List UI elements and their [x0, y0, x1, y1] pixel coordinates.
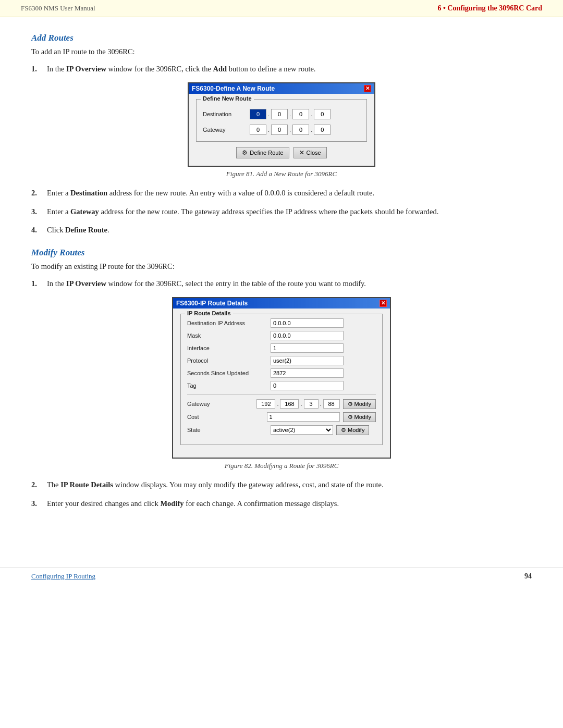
add-routes-heading: Add Routes	[31, 33, 532, 43]
close-label-dialog1: Close	[307, 150, 321, 156]
dialog1-wrapper: FS6300-Define A New Route ✕ Define New R…	[31, 82, 532, 167]
gw-dot-2: .	[289, 127, 291, 133]
step1-num: 1.	[31, 64, 46, 75]
modify-step3-bold: Modify	[160, 499, 183, 508]
state-modify-button[interactable]: ⚙ Modify	[336, 425, 369, 435]
dialog1-title: FS6300-Define A New Route	[192, 85, 275, 92]
gateway-modify-icon: ⚙	[348, 401, 353, 408]
dialog2-close-icon[interactable]: ✕	[380, 300, 387, 307]
define-route-label: Define Route	[250, 150, 283, 156]
step4-text: Click Define Route.	[47, 225, 532, 236]
modify-routes-step2: 2. The IP Route Details window displays.…	[31, 479, 532, 491]
cost-modify-button[interactable]: ⚙ Modify	[343, 412, 376, 422]
modify-step1-bold1: IP Overview	[66, 279, 106, 288]
dialog2-group-title: IP Route Details	[185, 310, 233, 316]
detail-interface-row: Interface	[187, 343, 376, 353]
detail-tag-value[interactable]	[271, 381, 344, 390]
define-route-button[interactable]: ⚙ Define Route	[236, 147, 289, 158]
modify-routes-step1: 1. In the IP Overview window for the 309…	[31, 278, 532, 290]
detail-mask-row: Mask	[187, 331, 376, 340]
detail-mask-value[interactable]	[271, 331, 344, 340]
gw2-dot-3: .	[320, 401, 322, 407]
step2-bold: Destination	[70, 189, 107, 197]
detail-interface-value[interactable]	[271, 343, 344, 353]
footer-left-link[interactable]: Configuring IP Routing	[31, 572, 95, 581]
add-routes-section: Add Routes To add an IP route to the 309…	[31, 33, 532, 236]
footer-page-number: 94	[524, 572, 532, 581]
modify-routes-section: Modify Routes To modify an existing IP r…	[31, 248, 532, 509]
gw-octet-1[interactable]	[250, 125, 266, 135]
destination-row: Destination . . .	[203, 109, 360, 119]
dialog2-body: IP Route Details Destination IP Address …	[173, 309, 390, 458]
step4-bold: Define Route	[65, 226, 107, 234]
detail-gateway-row: Gateway . . . ⚙	[187, 399, 376, 409]
gw2-octet-2[interactable]	[280, 399, 299, 409]
dialog2-titlebar: FS6300-IP Route Details ✕	[173, 298, 390, 309]
detail-state-select[interactable]: active(2) inactive	[271, 425, 333, 435]
detail-seconds-label: Seconds Since Updated	[187, 370, 271, 376]
state-modify-icon: ⚙	[341, 427, 346, 434]
step2-num: 2.	[31, 188, 46, 199]
dest-octet-2[interactable]	[271, 109, 288, 119]
modify-routes-step3: 3. Enter your desired changes and click …	[31, 498, 532, 510]
gw2-octet-4[interactable]	[323, 399, 340, 409]
detail-gateway-label: Gateway	[187, 401, 256, 407]
step4-num: 4.	[31, 225, 46, 236]
detail-protocol-label: Protocol	[187, 357, 271, 364]
gw2-dot-2: .	[300, 401, 302, 407]
dest-octet-4[interactable]	[314, 109, 331, 119]
gateway-ip-input[interactable]: . . .	[250, 125, 331, 135]
dest-dot-1: .	[267, 111, 270, 117]
dest-octet-1[interactable]	[250, 109, 266, 119]
step1-bold2: Add	[213, 65, 227, 73]
detail-protocol-value[interactable]	[271, 356, 344, 365]
add-routes-intro: To add an IP route to the 3096RC:	[31, 47, 532, 56]
step2-text: Enter a Destination address for the new …	[47, 188, 532, 199]
detail-dest-ip-label: Destination IP Address	[187, 320, 271, 326]
detail-protocol-row: Protocol	[187, 356, 376, 365]
add-routes-step4: 4. Click Define Route.	[31, 225, 532, 236]
step1-text: In the IP Overview window for the 3096RC…	[47, 64, 532, 75]
dialog1-body: Define New Route Destination . . .	[189, 94, 374, 166]
modify-step3-num: 3.	[31, 498, 46, 510]
cost-modify-label: Modify	[354, 414, 371, 420]
detail-dest-ip-value[interactable]	[271, 318, 344, 328]
modify-routes-intro: To modify an existing IP route for the 3…	[31, 262, 532, 271]
gw2-octet-3[interactable]	[304, 399, 319, 409]
dialog2-group: IP Route Details Destination IP Address …	[180, 314, 383, 445]
destination-ip-input[interactable]: . . .	[250, 109, 331, 119]
dialog-ip-route-details: FS6300-IP Route Details ✕ IP Route Detai…	[172, 297, 391, 459]
destination-label: Destination	[203, 111, 250, 117]
detail-tag-row: Tag	[187, 381, 376, 390]
cost-modify-icon: ⚙	[348, 414, 353, 421]
modify-step2-num: 2.	[31, 479, 46, 491]
detail-seconds-row: Seconds Since Updated	[187, 368, 376, 378]
detail-mask-label: Mask	[187, 332, 271, 339]
add-routes-step2: 2. Enter a Destination address for the n…	[31, 188, 532, 199]
gw-dot-3: .	[310, 127, 313, 133]
gw-octet-2[interactable]	[271, 125, 288, 135]
gateway-modify-button[interactable]: ⚙ Modify	[343, 399, 376, 409]
state-modify-label: Modify	[348, 427, 364, 433]
footer-bar: Configuring IP Routing 94	[0, 567, 563, 585]
gw2-octet-1[interactable]	[256, 399, 275, 409]
gw-dot-1: .	[267, 127, 270, 133]
dest-octet-3[interactable]	[292, 109, 309, 119]
figure2-caption: Figure 82. Modifying a Route for 3096RC	[31, 462, 532, 470]
gw-octet-3[interactable]	[292, 125, 309, 135]
close-button-dialog1[interactable]: ✕ Close	[293, 147, 327, 158]
close-icon-dialog1: ✕	[299, 149, 304, 156]
detail-seconds-value[interactable]	[271, 368, 344, 378]
modify-step2-text: The IP Route Details window displays. Yo…	[47, 479, 532, 491]
modify-step3-text: Enter your desired changes and click Mod…	[47, 498, 532, 510]
gw-octet-4[interactable]	[314, 125, 331, 135]
dialog1-group: Define New Route Destination . . .	[196, 99, 367, 142]
detail-state-row: State active(2) inactive ⚙ Modify	[187, 425, 376, 435]
detail-cost-value[interactable]	[267, 412, 340, 422]
step3-text: Enter a Gateway address for the new rout…	[47, 206, 532, 218]
dialog-define-new-route: FS6300-Define A New Route ✕ Define New R…	[188, 82, 375, 167]
dialog1-close-icon[interactable]: ✕	[364, 85, 371, 92]
detail-tag-label: Tag	[187, 382, 271, 389]
modify-routes-heading: Modify Routes	[31, 248, 532, 258]
modify-step1-num: 1.	[31, 278, 46, 290]
